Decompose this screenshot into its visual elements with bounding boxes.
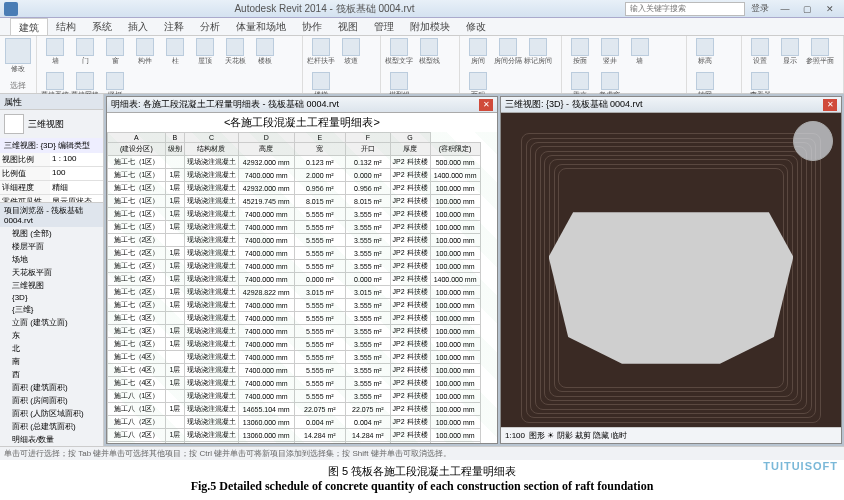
- cell[interactable]: JP2 科技楼: [390, 338, 430, 351]
- browser-item[interactable]: 立面 (建筑立面): [0, 316, 103, 329]
- cell[interactable]: 5.555 m²: [294, 247, 346, 260]
- ribbon-button[interactable]: 模型文字: [387, 38, 411, 66]
- cell[interactable]: 0.956 m²: [346, 182, 390, 195]
- cell[interactable]: 1层: [165, 338, 184, 351]
- cell[interactable]: JP2 科技楼: [390, 403, 430, 416]
- cell[interactable]: 7400.000 mm: [238, 234, 294, 247]
- ribbon-button[interactable]: 显示: [778, 38, 802, 66]
- cell[interactable]: [165, 442, 184, 444]
- browser-item[interactable]: {三维}: [0, 303, 103, 316]
- view-control-icon[interactable]: 阴影: [557, 431, 575, 440]
- table-row[interactable]: 施工七（1区）现场浇注混凝土42932.000 mm0.123 m²0.132 …: [108, 156, 498, 169]
- cell[interactable]: JP2 科技楼: [390, 377, 430, 390]
- cell[interactable]: 7400.000 mm: [238, 169, 294, 182]
- cell[interactable]: 现场浇注混凝土: [184, 247, 238, 260]
- cell[interactable]: 1层: [165, 286, 184, 299]
- cell[interactable]: 7400.000 mm: [238, 260, 294, 273]
- minimize-button[interactable]: —: [775, 4, 795, 14]
- ribbon-button[interactable]: 天花板: [223, 38, 247, 66]
- cell[interactable]: 45219.745 mm: [238, 195, 294, 208]
- browser-item[interactable]: 西: [0, 368, 103, 381]
- cell[interactable]: 7400.000 mm: [238, 247, 294, 260]
- schedule-table-wrapper[interactable]: ABCDEFG(建设分区)级别结构材质高度宽开口厚度(容积限定) 施工七（1区）…: [107, 132, 497, 443]
- cell[interactable]: 42932.000 mm: [238, 156, 294, 169]
- table-row[interactable]: 施工七（1区）1层现场浇注混凝土7400.000 mm2.000 m²0.000…: [108, 169, 498, 182]
- cell[interactable]: 8.015 m²: [294, 195, 346, 208]
- ribbon-tab[interactable]: 协作: [294, 18, 330, 35]
- cell[interactable]: 5.555 m²: [294, 338, 346, 351]
- cell[interactable]: 现场浇注混凝土: [184, 377, 238, 390]
- cell[interactable]: 施工七（1区）: [108, 208, 166, 221]
- cell[interactable]: 施工八（1区）: [108, 403, 166, 416]
- ribbon-tab[interactable]: 附加模块: [402, 18, 458, 35]
- cell[interactable]: 100.000 mm: [430, 325, 480, 338]
- cell[interactable]: 施工七（1区）: [108, 169, 166, 182]
- cell[interactable]: [165, 351, 184, 364]
- cell[interactable]: JP2 科技楼: [390, 182, 430, 195]
- ribbon-tab[interactable]: 视图: [330, 18, 366, 35]
- cell[interactable]: 现场浇注混凝土: [184, 390, 238, 403]
- cell[interactable]: 100.000 mm: [430, 195, 480, 208]
- cell[interactable]: 3.555 m²: [346, 312, 390, 325]
- table-row[interactable]: 施工七（2区）1层现场浇注混凝土7400.000 mm5.555 m²3.555…: [108, 299, 498, 312]
- cell[interactable]: 1层: [165, 247, 184, 260]
- cell[interactable]: 施工段三: [108, 442, 166, 444]
- cell[interactable]: 1层: [165, 273, 184, 286]
- cell[interactable]: JP2 科技楼: [390, 351, 430, 364]
- cell[interactable]: 1层: [165, 208, 184, 221]
- cell[interactable]: 3.555 m²: [346, 299, 390, 312]
- browser-item[interactable]: 北: [0, 342, 103, 355]
- cell[interactable]: 现场浇注混凝土: [184, 169, 238, 182]
- cell[interactable]: [165, 156, 184, 169]
- maximize-button[interactable]: ▢: [797, 4, 817, 14]
- cell[interactable]: 现场浇注混凝土: [184, 208, 238, 221]
- cell[interactable]: 3.555 m²: [346, 247, 390, 260]
- ribbon-button[interactable]: 房间分隔: [496, 38, 520, 66]
- property-value[interactable]: 精细: [50, 181, 103, 194]
- ribbon-tab[interactable]: 插入: [120, 18, 156, 35]
- property-value[interactable]: 显示原状态: [50, 195, 103, 202]
- browser-item[interactable]: {3D}: [0, 292, 103, 303]
- cell[interactable]: 100.000 mm: [430, 338, 480, 351]
- property-value[interactable]: 100: [50, 167, 103, 180]
- cell[interactable]: 3.555 m²: [346, 377, 390, 390]
- cell[interactable]: 现场浇注混凝土: [184, 325, 238, 338]
- col-header[interactable]: 开口: [346, 143, 390, 156]
- cell[interactable]: 1层: [165, 299, 184, 312]
- cell[interactable]: 3.555 m²: [346, 390, 390, 403]
- cell[interactable]: JP2 科技楼: [390, 234, 430, 247]
- property-row[interactable]: 比例值100: [0, 167, 103, 181]
- cell[interactable]: 3.555 m²: [346, 364, 390, 377]
- cell[interactable]: 8.015 m²: [346, 195, 390, 208]
- cell[interactable]: 7400.000 mm: [238, 377, 294, 390]
- cell[interactable]: 施工七（2区）: [108, 286, 166, 299]
- ribbon-tab[interactable]: 管理: [366, 18, 402, 35]
- ribbon-button[interactable]: 墙: [43, 38, 67, 66]
- cell[interactable]: 100.000 mm: [430, 312, 480, 325]
- cell[interactable]: 3.555 m²: [346, 260, 390, 273]
- cell[interactable]: 100.000 mm: [430, 377, 480, 390]
- close-icon[interactable]: ✕: [823, 99, 837, 111]
- cell[interactable]: 0.000 m²: [346, 169, 390, 182]
- cell[interactable]: 100.000 mm: [430, 299, 480, 312]
- table-row[interactable]: 施工七（4区）1层现场浇注混凝土7400.000 mm5.555 m²3.555…: [108, 364, 498, 377]
- cell[interactable]: 施工七（1区）: [108, 182, 166, 195]
- cell[interactable]: 1层: [165, 195, 184, 208]
- cell[interactable]: 施工七（4区）: [108, 351, 166, 364]
- cell[interactable]: 施工七（3区）: [108, 312, 166, 325]
- browser-item[interactable]: 三维视图: [0, 279, 103, 292]
- table-row[interactable]: 施工七（2区）现场浇注混凝土7400.000 mm5.555 m²3.555 m…: [108, 234, 498, 247]
- cell[interactable]: 0.004 m²: [294, 416, 346, 429]
- cell[interactable]: 现场浇注混凝土: [184, 286, 238, 299]
- browser-item[interactable]: 明细表/数量: [0, 433, 103, 446]
- cell[interactable]: 3.015 m²: [294, 286, 346, 299]
- cell[interactable]: 500.000 mm: [430, 156, 480, 169]
- view-control-icon[interactable]: 隐藏: [593, 431, 611, 440]
- ribbon-tab[interactable]: 建筑: [10, 18, 48, 35]
- cell[interactable]: 现场浇注混凝土: [184, 403, 238, 416]
- cell[interactable]: 现场浇注混凝土: [184, 234, 238, 247]
- cell[interactable]: 施工七（3区）: [108, 325, 166, 338]
- browser-item[interactable]: 天花板平面: [0, 266, 103, 279]
- cell[interactable]: JP2 科技楼: [390, 195, 430, 208]
- cell[interactable]: [165, 390, 184, 403]
